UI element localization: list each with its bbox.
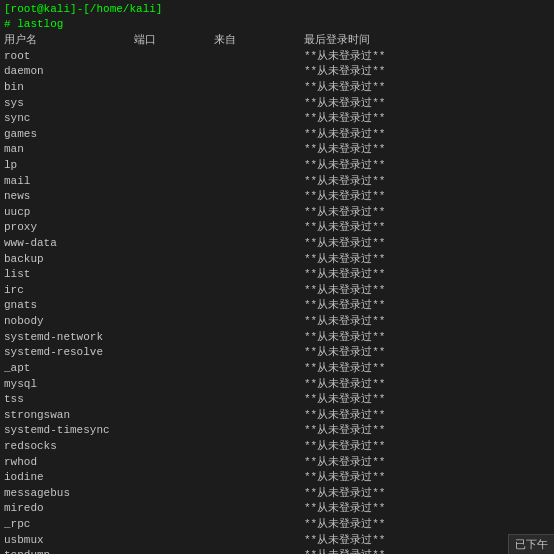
cell-time: **从未登录过** — [304, 377, 550, 393]
cell-time: **从未登录过** — [304, 96, 550, 112]
cell-port — [134, 142, 214, 158]
cell-time: **从未登录过** — [304, 64, 550, 80]
cell-time: **从未登录过** — [304, 127, 550, 143]
cell-port — [134, 377, 214, 393]
table-row: messagebus**从未登录过** — [4, 486, 550, 502]
cell-from — [214, 252, 304, 268]
cell-port — [134, 423, 214, 439]
cell-username: miredo — [4, 501, 134, 517]
cell-username: messagebus — [4, 486, 134, 502]
table-row: tss**从未登录过** — [4, 392, 550, 408]
cell-username: proxy — [4, 220, 134, 236]
cell-from — [214, 267, 304, 283]
cell-from — [214, 158, 304, 174]
cell-from — [214, 392, 304, 408]
cell-username: sys — [4, 96, 134, 112]
cell-port — [134, 408, 214, 424]
cell-from — [214, 189, 304, 205]
cell-port — [134, 220, 214, 236]
terminal: [root@kali]-[/home/kali] # lastlog 用户名 端… — [0, 0, 554, 554]
cell-from — [214, 96, 304, 112]
cell-port — [134, 236, 214, 252]
cell-from — [214, 548, 304, 554]
table-row: bin**从未登录过** — [4, 80, 550, 96]
cell-port — [134, 174, 214, 190]
cell-username: news — [4, 189, 134, 205]
cell-port — [134, 111, 214, 127]
cell-time: **从未登录过** — [304, 330, 550, 346]
cell-from — [214, 142, 304, 158]
cell-port — [134, 64, 214, 80]
command-line: # lastlog — [4, 17, 550, 32]
cell-time: **从未登录过** — [304, 345, 550, 361]
table-row: lp**从未登录过** — [4, 158, 550, 174]
cell-time: **从未登录过** — [304, 501, 550, 517]
cell-port — [134, 548, 214, 554]
cell-port — [134, 470, 214, 486]
cell-time: **从未登录过** — [304, 455, 550, 471]
table-row: man**从未登录过** — [4, 142, 550, 158]
header-username: 用户名 — [4, 33, 134, 49]
cell-from — [214, 80, 304, 96]
cell-port — [134, 283, 214, 299]
command-text: # lastlog — [4, 18, 63, 30]
cell-port — [134, 189, 214, 205]
cell-username: mail — [4, 174, 134, 190]
cell-username: irc — [4, 283, 134, 299]
cell-from — [214, 330, 304, 346]
table-row: systemd-timesync**从未登录过** — [4, 423, 550, 439]
table-row: mail**从未登录过** — [4, 174, 550, 190]
cell-time: **从未登录过** — [304, 111, 550, 127]
cell-time: **从未登录过** — [304, 267, 550, 283]
bottom-bar-text: 已下午 — [515, 539, 548, 551]
table-row: usbmux**从未登录过** — [4, 533, 550, 549]
cell-username: www-data — [4, 236, 134, 252]
cell-port — [134, 96, 214, 112]
cell-from — [214, 408, 304, 424]
table-row: backup**从未登录过** — [4, 252, 550, 268]
cell-port — [134, 361, 214, 377]
cell-port — [134, 392, 214, 408]
cell-from — [214, 377, 304, 393]
cell-port — [134, 252, 214, 268]
cell-from — [214, 174, 304, 190]
table-row: sync**从未登录过** — [4, 111, 550, 127]
cell-from — [214, 501, 304, 517]
cell-port — [134, 501, 214, 517]
cell-from — [214, 205, 304, 221]
cell-time: **从未登录过** — [304, 236, 550, 252]
cell-port — [134, 345, 214, 361]
cell-port — [134, 298, 214, 314]
table-row: root**从未登录过** — [4, 49, 550, 65]
cell-time: **从未登录过** — [304, 298, 550, 314]
header-port: 端口 — [134, 33, 214, 49]
cell-time: **从未登录过** — [304, 408, 550, 424]
cell-from — [214, 236, 304, 252]
cell-port — [134, 49, 214, 65]
cell-username: mysql — [4, 377, 134, 393]
cell-username: _apt — [4, 361, 134, 377]
cell-time: **从未登录过** — [304, 392, 550, 408]
cell-from — [214, 361, 304, 377]
cell-time: **从未登录过** — [304, 189, 550, 205]
cell-time: **从未登录过** — [304, 174, 550, 190]
cell-from — [214, 64, 304, 80]
cell-username: gnats — [4, 298, 134, 314]
table-row: iodine**从未登录过** — [4, 470, 550, 486]
cell-username: rwhod — [4, 455, 134, 471]
cell-from — [214, 345, 304, 361]
cell-port — [134, 439, 214, 455]
cell-time: **从未登录过** — [304, 252, 550, 268]
cell-from — [214, 517, 304, 533]
cell-username: tss — [4, 392, 134, 408]
table-row: daemon**从未登录过** — [4, 64, 550, 80]
table-row: list**从未登录过** — [4, 267, 550, 283]
cell-username: games — [4, 127, 134, 143]
table-row: irc**从未登录过** — [4, 283, 550, 299]
cell-username: nobody — [4, 314, 134, 330]
table-row: mysql**从未登录过** — [4, 377, 550, 393]
cell-port — [134, 127, 214, 143]
cell-time: **从未登录过** — [304, 439, 550, 455]
cell-from — [214, 486, 304, 502]
cell-port — [134, 267, 214, 283]
